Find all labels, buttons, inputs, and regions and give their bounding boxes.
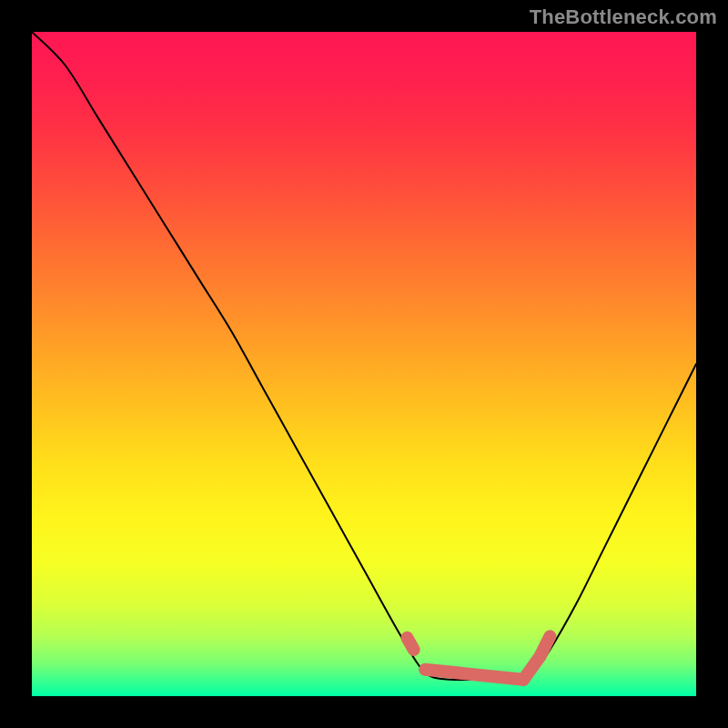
highlight-segment [407, 638, 413, 650]
chart-frame: TheBottleneck.com [0, 0, 728, 728]
plot-area [32, 32, 696, 696]
optimal-range-highlight [407, 636, 550, 680]
watermark-text: TheBottleneck.com [530, 5, 717, 29]
highlight-segment [541, 636, 551, 656]
curve-layer [32, 32, 696, 696]
bottleneck-curve [32, 32, 696, 680]
